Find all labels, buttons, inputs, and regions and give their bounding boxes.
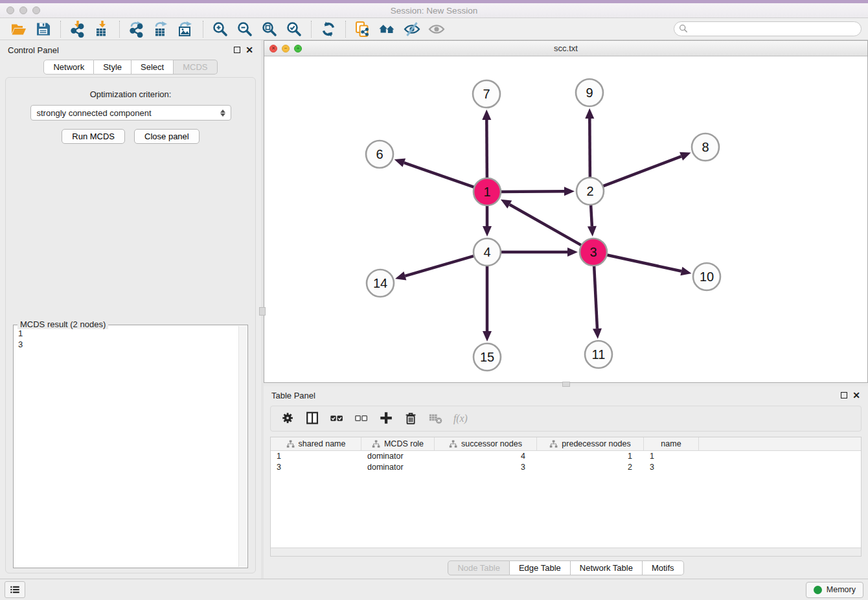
function-builder-icon: f(x) [450,408,472,429]
save-session-icon[interactable] [31,19,56,39]
tab-network-table[interactable]: Network Table [571,560,643,575]
open-file-icon[interactable] [6,19,31,39]
close-panel-icon[interactable]: ✕ [246,45,253,54]
columns-icon[interactable] [302,408,324,429]
graph-edge-2-3[interactable] [591,203,592,226]
table-splitter[interactable] [264,383,868,386]
list-icon [9,584,21,595]
graph-node-1[interactable]: 1 [474,178,501,205]
control-panel: Control Panel ✕ NetworkStyleSelectMCDS O… [0,40,261,579]
memory-button[interactable]: Memory [806,582,863,598]
tab-motifs[interactable]: Motifs [643,560,684,575]
zoom-in-icon[interactable] [208,19,233,39]
tab-edge-table[interactable]: Edge Table [510,560,571,575]
column-header-successor-nodes[interactable]: successor nodes [435,437,537,450]
column-header-label: name [661,439,681,448]
graph-node-9[interactable]: 9 [576,79,603,106]
graph-node-6[interactable]: 6 [366,141,393,168]
splitter-grip[interactable] [259,307,266,316]
graph-edge-2-8[interactable] [602,156,681,187]
float-table-panel-icon[interactable] [841,392,847,398]
table-cell[interactable]: 3 [435,462,537,473]
memory-status-icon [814,586,822,594]
export-image-icon[interactable] [174,19,198,39]
criterion-label: Optimization criterion: [6,89,255,99]
graph-node-11[interactable]: 11 [585,341,612,368]
graph-edge-4-14[interactable] [405,255,475,276]
table-settings-icon[interactable] [277,408,299,429]
refresh-icon[interactable] [316,19,341,39]
tab-mcds[interactable]: MCDS [174,60,217,75]
network-window-titlebar[interactable]: ✕ − + scc.txt [264,41,867,56]
table-cell[interactable]: 2 [537,462,644,473]
add-column-icon[interactable] [376,408,398,429]
tab-select[interactable]: Select [131,60,174,75]
tab-node-table[interactable]: Node Table [448,560,510,575]
app-titlebar: Session: New Session [0,0,868,18]
table-cell[interactable]: 3 [271,462,361,473]
hide-selected-icon[interactable] [400,19,424,39]
tab-network[interactable]: Network [43,60,94,75]
zoom-out-icon[interactable] [233,19,257,39]
table-row[interactable]: 1dominator411 [271,451,861,462]
result-scrollbar[interactable] [238,326,247,567]
table-cell[interactable]: 1 [537,451,644,462]
table-cell[interactable]: 3 [644,462,699,473]
criterion-select[interactable]: strongly connected component [30,105,231,121]
import-network-icon[interactable] [65,19,90,39]
column-header-shared-name[interactable]: shared name [271,437,361,450]
table-row[interactable]: 3dominator323 [271,462,861,473]
zoom-selected-icon[interactable] [282,19,306,39]
graph-edge-3-11[interactable] [594,264,597,329]
close-panel-button[interactable]: Close panel [134,129,200,144]
zoom-fit-icon[interactable] [257,19,282,39]
graph-node-2[interactable]: 2 [577,178,604,205]
select-all-icon[interactable] [326,408,348,429]
graph-node-4[interactable]: 4 [474,238,501,266]
table-splitter-grip[interactable] [562,382,570,387]
column-header-predecessor-nodes[interactable]: predecessor nodes [537,437,644,450]
graph-edge-1-2[interactable] [499,191,564,192]
graph-node-7[interactable]: 7 [473,80,500,108]
table-cell[interactable]: dominator [361,462,435,473]
column-header-MCDS-role[interactable]: MCDS role [361,437,435,450]
graph-edge-3-10[interactable] [606,255,681,271]
table-cell[interactable]: 4 [435,451,537,462]
import-table-icon[interactable] [90,19,115,39]
node-table: shared nameMCDS rolesuccessor nodesprede… [270,437,862,557]
graph-node-8[interactable]: 8 [692,133,719,161]
graph-node-14[interactable]: 14 [367,270,394,297]
task-history-button[interactable] [5,581,25,598]
toolbar-separator [311,21,312,38]
deselect-all-icon[interactable] [351,408,373,429]
float-panel-icon[interactable] [234,47,240,53]
close-table-panel-icon[interactable]: ✕ [852,391,860,400]
column-header-label: predecessor nodes [562,439,630,448]
column-header-name[interactable]: name [644,437,699,450]
graph-edge-2-9[interactable] [589,119,590,179]
graph-node-3[interactable]: 3 [580,238,607,266]
table-cell[interactable]: dominator [361,451,435,462]
graph-node-15[interactable]: 15 [474,343,501,371]
home-icon[interactable] [375,19,400,39]
column-header-label: MCDS role [384,439,424,448]
run-mcds-button[interactable]: Run MCDS [62,129,125,144]
network-canvas[interactable]: 7968124314101511 [264,56,867,382]
graph-edge-1-6[interactable] [404,163,475,188]
graph-edge-1-7[interactable] [486,120,487,179]
export-table-icon[interactable] [149,19,174,39]
delete-icon[interactable] [400,408,422,429]
panel-splitter[interactable] [261,40,264,579]
clone-network-icon[interactable] [350,19,375,39]
export-network-icon[interactable] [124,19,149,39]
table-horizontal-scrollbar[interactable] [271,548,861,556]
graph-node-label: 3 [589,245,597,259]
table-cell[interactable]: 1 [271,451,361,462]
graph-node-10[interactable]: 10 [693,263,720,290]
table-cell[interactable]: 1 [644,451,699,462]
mcds-result-text[interactable]: 1 3 [14,326,238,567]
graph-edge-3-1[interactable] [510,205,583,246]
graph-node-label: 7 [483,87,490,101]
search-input[interactable] [674,21,862,36]
tab-style[interactable]: Style [94,60,131,75]
